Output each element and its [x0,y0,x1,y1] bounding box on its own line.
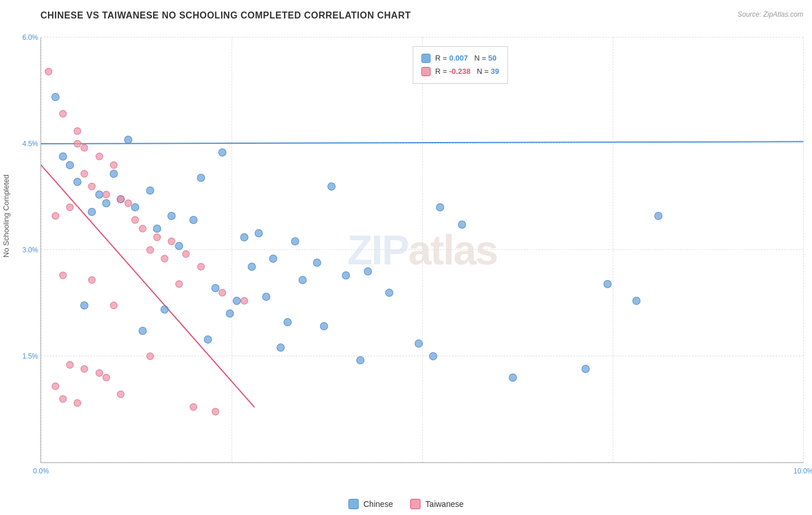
data-dot [146,247,154,254]
data-dot [88,208,96,216]
data-dot [632,297,640,305]
bottom-legend: Chinese Taiwanese [348,499,464,509]
data-dot [226,309,234,318]
data-dot [139,327,147,335]
legend-swatch-pink [422,67,431,76]
data-dot [110,170,118,178]
data-dot [81,170,88,177]
data-dot [284,318,292,326]
legend-r-pink: R = -0.238 N = 39 [435,65,500,78]
data-dot [429,352,437,360]
data-dot [218,148,226,156]
data-dot [81,144,88,152]
data-dot [117,391,125,398]
data-dot [52,212,59,220]
x-tick-0: 0.0% [33,467,49,475]
data-dot [269,255,277,263]
data-dot [204,335,212,344]
data-dot [654,212,662,220]
data-dot [189,216,198,224]
data-dot [132,217,139,224]
data-dot [110,161,117,169]
data-dot [327,182,336,191]
data-dot [211,408,219,415]
data-dot [342,271,350,279]
data-dot [73,140,81,148]
y-tick-15: 1.5% [23,352,38,360]
data-dot [88,276,96,283]
data-dot [139,225,147,233]
data-dot [240,233,248,241]
data-dot [146,186,154,195]
data-dot [80,301,88,309]
data-dot [356,356,364,364]
legend-taiwanese: Taiwanese [411,499,464,509]
data-dot [73,399,81,406]
data-dot [241,297,248,305]
legend-row-blue: R = 0.007 N = 50 [422,51,500,65]
data-dot [175,242,183,250]
data-dot [385,289,393,297]
data-dot [436,203,444,211]
data-dot [103,191,110,199]
data-dot [44,68,52,75]
data-dot [604,280,612,288]
data-dot [95,191,103,199]
data-dot [103,374,110,381]
data-dot [59,152,67,161]
chart-legend: R = 0.007 N = 50 R = -0.238 N = 39 [413,46,508,84]
grid-line-v-25 [232,38,232,462]
data-dot [59,272,66,279]
data-dot [262,293,270,301]
data-dot [190,404,198,411]
legend-r-blue: R = 0.007 N = 50 [435,51,497,65]
legend-chinese: Chinese [348,499,393,509]
legend-row-pink: R = -0.238 N = 39 [422,65,500,78]
data-dot [197,174,205,182]
data-dot [81,365,88,373]
data-dot [52,382,59,390]
data-dot [102,199,110,207]
data-dot [131,203,139,211]
data-dot [197,263,204,271]
data-dot [154,233,161,241]
x-tick-10: 10.0% [794,467,812,475]
data-dot [582,365,590,373]
data-dot [117,195,125,203]
grid-line-v-50 [422,38,423,462]
data-dot [182,251,190,258]
data-dot [313,259,321,267]
chart-container: CHINESE VS TAIWANESE NO SCHOOLING COMPLE… [0,0,812,515]
chart-area: ZIPatlas 6.0% 4.5% 3.0% 1.5% 0.0% 10.0% [40,38,803,463]
data-dot [95,153,103,161]
y-tick-6: 6.0% [23,33,38,42]
chinese-swatch [348,499,359,509]
grid-line-v-0 [41,38,42,462]
y-tick-3: 3.0% [23,246,38,254]
data-dot [291,237,299,245]
taiwanese-label: Taiwanese [426,499,464,509]
data-dot [233,297,241,305]
data-dot [153,225,161,233]
y-tick-45: 4.5% [23,140,38,148]
data-dot [146,353,154,360]
data-dot [51,93,59,101]
chinese-label: Chinese [363,499,393,509]
data-dot [66,161,74,169]
data-dot [175,280,182,288]
data-dot [509,374,517,382]
data-dot [73,178,81,186]
data-dot [415,339,423,348]
data-dot [59,395,66,402]
data-dot [124,136,132,144]
data-dot [167,212,176,220]
data-dot [66,204,74,211]
data-dot [88,182,96,190]
data-dot [277,344,285,352]
data-dot [458,221,466,229]
data-dot [66,361,74,368]
svg-line-1 [41,165,255,408]
data-dot [219,289,226,296]
data-dot [110,301,117,309]
data-dot [161,305,169,314]
